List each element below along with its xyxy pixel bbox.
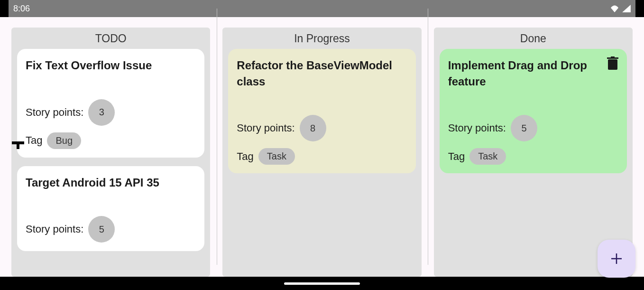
column-header: Done	[434, 28, 633, 49]
svg-rect-1	[17, 144, 19, 149]
delete-button[interactable]	[607, 56, 618, 72]
card-title: Fix Text Overflow Issue	[26, 57, 196, 93]
card-title: Implement Drag and Drop feature	[448, 57, 618, 108]
story-points-label: Story points:	[237, 122, 294, 134]
story-points-label: Story points:	[26, 223, 83, 235]
column-header: TODO	[11, 28, 210, 49]
cards-container: Refactor the BaseViewModel class Story p…	[222, 49, 421, 179]
task-card[interactable]: Target Android 15 API 35 Story points: 5	[17, 166, 204, 252]
svg-rect-0	[12, 141, 24, 144]
task-card[interactable]: Fix Text Overflow Issue Story points: 3 …	[17, 49, 204, 158]
tag-row: Tag Task	[237, 148, 407, 165]
svg-rect-4	[611, 56, 615, 58]
tag-row: Tag Task	[448, 148, 618, 165]
story-points-row: Story points: 5	[448, 115, 618, 141]
column-header: In Progress	[222, 28, 421, 49]
story-points-label: Story points:	[26, 106, 83, 119]
column-divider	[217, 9, 217, 265]
points-badge: 5	[88, 216, 115, 243]
cards-container: Fix Text Overflow Issue Story points: 3 …	[11, 49, 210, 257]
status-time: 8:06	[13, 4, 30, 14]
points-badge: 8	[300, 115, 326, 141]
tag-badge: Task	[258, 148, 295, 165]
points-badge: 5	[511, 115, 537, 141]
nav-handle[interactable]	[284, 282, 360, 285]
status-bar: 8:06	[0, 0, 644, 17]
tag-badge: Task	[469, 148, 506, 165]
kanban-board: TODO Fix Text Overflow Issue Story point…	[0, 17, 644, 277]
wifi-icon	[610, 5, 619, 12]
tag-row: Tag Bug	[26, 132, 196, 149]
story-points-label: Story points:	[448, 122, 506, 134]
cards-container: Implement Drag and Drop feature Story po…	[434, 49, 633, 179]
column-done[interactable]: Done Implement Drag and Drop feature Sto…	[434, 28, 633, 277]
story-points-row: Story points: 3	[26, 99, 196, 126]
plus-icon	[610, 253, 623, 265]
column-todo[interactable]: TODO Fix Text Overflow Issue Story point…	[11, 28, 210, 277]
trash-icon	[607, 56, 618, 70]
story-points-row: Story points: 8	[237, 115, 407, 141]
task-card[interactable]: Implement Drag and Drop feature Story po…	[440, 49, 627, 173]
task-card[interactable]: Refactor the BaseViewModel class Story p…	[228, 49, 415, 173]
tag-label: Tag	[448, 150, 465, 163]
story-points-row: Story points: 5	[26, 216, 196, 243]
column-divider	[428, 9, 428, 265]
tag-badge: Bug	[47, 132, 81, 149]
tag-label: Tag	[26, 134, 42, 147]
tag-label: Tag	[237, 150, 253, 163]
nav-bar	[0, 277, 644, 290]
svg-rect-2	[608, 59, 617, 70]
card-title: Target Android 15 API 35	[26, 175, 196, 210]
points-badge: 3	[88, 99, 115, 126]
column-in-progress[interactable]: In Progress Refactor the BaseViewModel c…	[222, 28, 421, 277]
drag-handle-icon[interactable]	[12, 141, 24, 151]
status-icons	[610, 5, 631, 12]
add-card-button[interactable]	[598, 240, 635, 278]
card-title: Refactor the BaseViewModel class	[237, 57, 407, 108]
signal-icon	[622, 5, 631, 12]
